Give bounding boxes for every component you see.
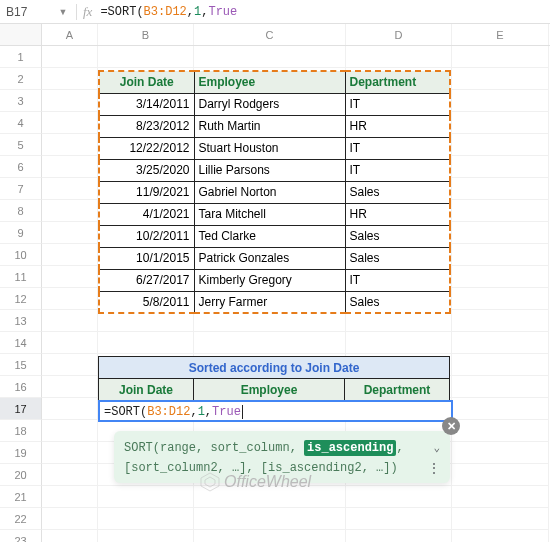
cell[interactable] [42,200,98,222]
header-join-date[interactable]: Join Date [99,71,194,93]
cell[interactable] [42,508,98,530]
cell[interactable] [452,376,549,398]
cell[interactable] [98,508,194,530]
cell[interactable] [42,68,98,90]
cell[interactable] [452,442,549,464]
cell-employee[interactable]: Jerry Farmer [194,291,345,313]
cell[interactable] [42,46,98,68]
cell-join-date[interactable]: 4/1/2021 [99,203,194,225]
col-header-D[interactable]: D [346,24,452,45]
cell-department[interactable]: Sales [345,225,450,247]
cell[interactable] [452,178,549,200]
formula-input[interactable]: =SORT(B3:D12,1,True [100,5,237,19]
cell[interactable] [346,486,452,508]
cell[interactable] [42,310,98,332]
cell-employee[interactable]: Gabriel Norton [194,181,345,203]
row-header[interactable]: 22 [0,508,42,530]
cell-join-date[interactable]: 12/22/2012 [99,137,194,159]
cell[interactable] [98,332,194,354]
row-header[interactable]: 16 [0,376,42,398]
cell[interactable] [42,332,98,354]
name-box-dropdown-icon[interactable]: ▼ [56,7,70,17]
cell-department[interactable]: Sales [345,247,450,269]
cell-employee[interactable]: Patrick Gonzales [194,247,345,269]
row-header[interactable]: 3 [0,90,42,112]
cell-join-date[interactable]: 10/2/2011 [99,225,194,247]
cell[interactable] [42,156,98,178]
row-header[interactable]: 6 [0,156,42,178]
cell[interactable] [452,420,549,442]
cell-department[interactable]: IT [345,137,450,159]
row-header[interactable]: 15 [0,354,42,376]
cell[interactable] [42,354,98,376]
cell-join-date[interactable]: 3/25/2020 [99,159,194,181]
cell[interactable] [42,398,98,420]
cell-employee[interactable]: Kimberly Gregory [194,269,345,291]
header-employee[interactable]: Employee [194,71,345,93]
cell[interactable] [42,288,98,310]
cell[interactable] [42,376,98,398]
col-header-A[interactable]: A [42,24,98,45]
cell-department[interactable]: HR [345,203,450,225]
cell[interactable] [42,530,98,542]
col-header-E[interactable]: E [452,24,549,45]
row-header[interactable]: 17 [0,398,42,420]
row-header[interactable]: 2 [0,68,42,90]
cell-join-date[interactable]: 5/8/2011 [99,291,194,313]
cell[interactable] [42,420,98,442]
row-header[interactable]: 19 [0,442,42,464]
row-header[interactable]: 4 [0,112,42,134]
cell[interactable] [452,244,549,266]
sorted-header-join-date[interactable]: Join Date [99,379,194,401]
cell[interactable] [452,530,549,542]
cell[interactable] [194,332,346,354]
cell[interactable] [452,112,549,134]
row-header[interactable]: 10 [0,244,42,266]
cell[interactable] [346,508,452,530]
cell-employee[interactable]: Ruth Martin [194,115,345,137]
cell[interactable] [42,244,98,266]
cell[interactable] [452,310,549,332]
cell-join-date[interactable]: 11/9/2021 [99,181,194,203]
row-header[interactable]: 11 [0,266,42,288]
cell[interactable] [452,266,549,288]
cell-join-date[interactable]: 6/27/2017 [99,269,194,291]
row-header[interactable]: 21 [0,486,42,508]
row-header[interactable]: 5 [0,134,42,156]
cell[interactable] [452,288,549,310]
row-header[interactable]: 7 [0,178,42,200]
cell-join-date[interactable]: 8/23/2012 [99,115,194,137]
cell[interactable] [98,46,194,68]
cell[interactable] [452,464,549,486]
select-all-corner[interactable] [0,24,42,45]
cell[interactable] [42,134,98,156]
cell-department[interactable]: IT [345,93,450,115]
cell[interactable] [452,222,549,244]
row-header[interactable]: 12 [0,288,42,310]
cell[interactable] [98,486,194,508]
cell[interactable] [346,530,452,542]
col-header-B[interactable]: B [98,24,194,45]
cell[interactable] [452,134,549,156]
cell[interactable] [452,332,549,354]
cell-department[interactable]: Sales [345,291,450,313]
cell[interactable] [452,354,549,376]
row-header[interactable]: 18 [0,420,42,442]
active-cell-editor[interactable]: =SORT(B3:D12,1,True [98,400,453,422]
close-hint-icon[interactable]: ✕ [442,417,460,435]
cell[interactable] [42,222,98,244]
cell[interactable] [42,90,98,112]
cell-employee[interactable]: Lillie Parsons [194,159,345,181]
cell[interactable] [42,178,98,200]
sorted-header-employee[interactable]: Employee [194,379,345,401]
sorted-header-department[interactable]: Department [345,379,450,401]
cell[interactable] [452,46,549,68]
cell[interactable] [452,508,549,530]
row-header[interactable]: 23 [0,530,42,542]
cell[interactable] [42,112,98,134]
row-header[interactable]: 13 [0,310,42,332]
row-header[interactable]: 20 [0,464,42,486]
row-header[interactable]: 8 [0,200,42,222]
cell[interactable] [346,46,452,68]
cell[interactable] [452,200,549,222]
